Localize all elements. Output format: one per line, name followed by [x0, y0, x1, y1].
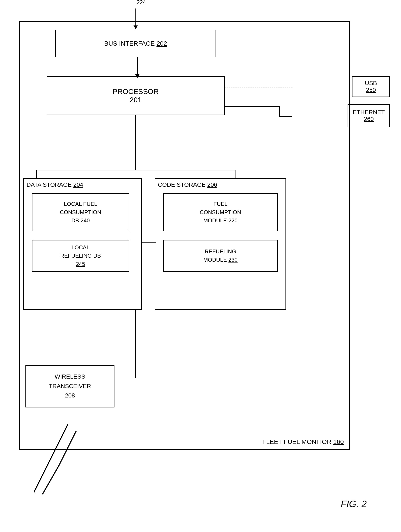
- bus-interface-label: BUS INTERFACE 202: [104, 40, 167, 47]
- wireless-transceiver-label: WIRELESSTRANSCEIVER208: [49, 372, 91, 400]
- vert-line-to-wireless: [135, 310, 136, 378]
- processor-label: PROCESSOR201: [112, 88, 159, 104]
- dashed-line-usb: [225, 87, 292, 88]
- arrow-line-2: [137, 57, 138, 74]
- vert-line-to-data: [36, 170, 37, 178]
- horiz-split-line: [36, 170, 235, 171]
- ethernet-box: ETHERNET260: [348, 104, 390, 127]
- wireless-transceiver-box: WIRELESSTRANSCEIVER208: [25, 365, 114, 407]
- lightning-bolt: [34, 422, 98, 497]
- local-fuel-box: LOCAL FUELCONSUMPTIONDB 240: [32, 193, 129, 231]
- diagram-container: FLEET FUEL MONITOR 160 224 BUS INTERFACE…: [13, 8, 384, 518]
- ethernet-label: ETHERNET260: [353, 109, 385, 122]
- arrow-top: 224: [134, 8, 138, 29]
- usb-label: USB250: [365, 80, 377, 93]
- fleet-fuel-monitor-label: FLEET FUEL MONITOR 160: [262, 438, 344, 445]
- fuel-module-box: FUELCONSUMPTIONMODULE 220: [163, 193, 278, 231]
- arrow-line-vertical: [136, 8, 136, 25]
- refueling-module-box: REFUELINGMODULE 230: [163, 240, 278, 272]
- svg-line-1: [34, 458, 51, 492]
- horiz-data-code-line: [142, 242, 156, 243]
- arrow-bus-to-processor: [135, 57, 139, 78]
- arrow-head: [134, 25, 138, 29]
- usb-box: USB250: [352, 76, 390, 97]
- bus-interface-box: BUS INTERFACE 202: [55, 30, 216, 57]
- local-refueling-label: LOCALREFUELING DB245: [60, 243, 101, 268]
- local-fuel-label: LOCAL FUELCONSUMPTIONDB 240: [60, 200, 101, 225]
- connector-ethernet-h: [225, 106, 280, 107]
- code-storage-label: CODE STORAGE 206: [158, 181, 217, 188]
- fuel-module-label: FUELCONSUMPTIONMODULE 220: [200, 200, 241, 225]
- connector-ethernet-v: [279, 106, 280, 117]
- connector-ethernet-h2: [279, 116, 292, 117]
- processor-box: PROCESSOR201: [47, 76, 225, 115]
- figure-label: FIG. 2: [341, 499, 367, 509]
- local-refueling-box: LOCALREFUELING DB245: [32, 240, 129, 272]
- vert-line-to-code: [235, 170, 235, 178]
- arrow-224-label: 224: [137, 0, 146, 6]
- data-storage-label: DATA STORAGE 204: [26, 181, 83, 188]
- refueling-module-label: REFUELINGMODULE 230: [203, 247, 238, 264]
- vert-line-processor: [135, 115, 136, 171]
